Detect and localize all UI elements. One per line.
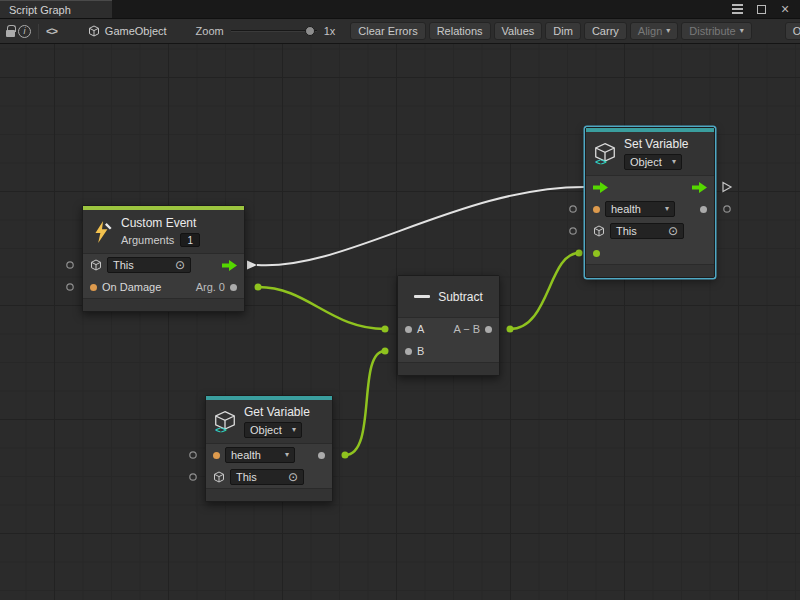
event-port-row: On Damage Arg. 0	[83, 276, 244, 298]
target-picker-icon: ⊙	[668, 225, 678, 237]
graph-canvas[interactable]: Custom Event Arguments 1 This ⊙	[0, 44, 800, 600]
variable-scope-dropdown[interactable]: Object ▾	[244, 422, 302, 438]
variable-name-dropdown[interactable]: health ▾	[605, 201, 675, 217]
distribute-button[interactable]: Distribute▾	[681, 22, 751, 40]
chevron-down-icon: ▾	[666, 27, 670, 35]
chevron-down-icon: ▾	[292, 426, 296, 434]
target-port-row: This ⊙	[586, 220, 714, 242]
graph-toolbar: i <> GameObject Zoom 1x Clear Errors Rel…	[0, 19, 800, 44]
node-title: Set Variable	[624, 137, 688, 151]
wire-subtract-to-setvariable[interactable]	[510, 253, 579, 329]
input-b-row: B	[398, 340, 499, 362]
chevron-down-icon: ▾	[285, 451, 289, 459]
toolbar-separator	[38, 24, 39, 39]
gameobject-cube-icon	[593, 225, 605, 237]
wire-getvariable-to-subtract-b[interactable]	[345, 351, 385, 455]
wire-endpoint-dot[interactable]	[255, 284, 262, 291]
flow-out-triangle-port[interactable]	[723, 183, 731, 192]
node-subtract[interactable]: Subtract A A − B B	[397, 275, 500, 376]
flow-input-port[interactable]	[593, 182, 608, 193]
zoom-slider-knob[interactable]	[305, 26, 315, 36]
carry-button[interactable]: Carry	[584, 22, 627, 40]
gameobject-label: GameObject	[105, 25, 167, 37]
tab-strip: Script Graph ×	[0, 0, 800, 19]
close-icon[interactable]: ×	[778, 2, 792, 16]
port-ring[interactable]	[570, 228, 576, 234]
gameobject-selector[interactable]: GameObject	[88, 25, 167, 37]
name-input-port[interactable]	[213, 452, 220, 459]
variable-scope-dropdown[interactable]: Object ▾	[624, 154, 682, 170]
node-get-variable[interactable]: <> Get Variable Object ▾ health ▾	[205, 395, 333, 502]
flow-port-row	[586, 176, 714, 198]
input-a-port[interactable]	[405, 326, 412, 333]
port-ring[interactable]	[724, 206, 730, 212]
zoom-control: Zoom 1x	[196, 25, 336, 37]
wire-arg0-to-subtract-a[interactable]	[258, 287, 385, 329]
node-title: Subtract	[438, 290, 483, 304]
values-button[interactable]: Values	[494, 22, 543, 40]
value-output-port[interactable]	[318, 452, 325, 459]
clear-errors-button[interactable]: Clear Errors	[350, 22, 425, 40]
maximize-icon[interactable]	[754, 2, 768, 16]
node-header: Subtract	[398, 276, 499, 318]
port-ring[interactable]	[190, 452, 196, 458]
overview-button[interactable]: Overview	[785, 22, 800, 40]
window-controls: ×	[730, 0, 800, 18]
zoom-value: 1x	[324, 25, 336, 37]
input-b-port[interactable]	[405, 348, 412, 355]
info-icon[interactable]: i	[18, 22, 31, 41]
port-ring[interactable]	[190, 474, 196, 480]
flow-output-port[interactable]	[692, 182, 707, 193]
result-output-port[interactable]	[485, 326, 492, 333]
gameobject-cube-icon	[88, 25, 100, 37]
new-value-port-row	[586, 242, 714, 264]
tab-script-graph[interactable]: Script Graph	[0, 0, 112, 18]
arg0-label: Arg. 0	[196, 281, 225, 293]
value-port[interactable]	[90, 284, 97, 291]
node-footer	[206, 488, 332, 501]
port-ring[interactable]	[67, 284, 73, 290]
zoom-slider[interactable]	[231, 25, 317, 37]
code-view-icon[interactable]: <>	[46, 22, 57, 41]
node-title: Get Variable	[244, 405, 310, 419]
dim-button[interactable]: Dim	[545, 22, 581, 40]
name-input-port[interactable]	[593, 206, 600, 213]
arguments-count-field[interactable]: 1	[180, 233, 200, 247]
node-header: <> Set Variable Object ▾	[586, 132, 714, 176]
node-set-variable[interactable]: <> Set Variable Object ▾	[585, 127, 715, 278]
result-label: A − B	[453, 323, 480, 335]
input-a-row: A A − B	[398, 318, 499, 340]
variable-cube-icon: <>	[593, 142, 617, 166]
new-value-input-port[interactable]	[593, 250, 600, 257]
wire-endpoint-dot[interactable]	[342, 452, 349, 459]
node-custom-event[interactable]: Custom Event Arguments 1 This ⊙	[82, 205, 245, 312]
port-ring[interactable]	[570, 206, 576, 212]
node-title: Custom Event	[121, 216, 200, 230]
variable-name-row: health ▾	[586, 198, 714, 220]
window-menu-icon[interactable]	[730, 2, 744, 16]
this-dropdown[interactable]: This ⊙	[230, 469, 304, 485]
wire-endpoint-dot[interactable]	[382, 348, 389, 355]
wire-endpoint-dot[interactable]	[507, 326, 514, 333]
svg-text:<>: <>	[215, 424, 227, 434]
this-dropdown[interactable]: This ⊙	[107, 257, 191, 273]
target-picker-icon: ⊙	[288, 471, 298, 483]
node-footer	[83, 298, 244, 311]
target-picker-icon: ⊙	[175, 259, 185, 271]
wire-endpoint-dot[interactable]	[382, 326, 389, 333]
align-button[interactable]: Align▾	[630, 22, 678, 40]
port-ring[interactable]	[67, 262, 73, 268]
flow-output-port[interactable]	[222, 260, 237, 271]
variable-name-dropdown[interactable]: health ▾	[225, 447, 295, 463]
arg0-output-port[interactable]	[230, 284, 237, 291]
relations-button[interactable]: Relations	[429, 22, 491, 40]
wire-endpoint-dot[interactable]	[576, 250, 583, 257]
value-output-port[interactable]	[700, 206, 707, 213]
wire-flow-customevent-setvariable[interactable]	[257, 187, 584, 265]
this-dropdown[interactable]: This ⊙	[610, 223, 684, 239]
lock-icon[interactable]	[6, 22, 15, 41]
node-header: <> Get Variable Object ▾	[206, 400, 332, 444]
input-a-label: A	[417, 323, 424, 335]
arguments-label: Arguments	[121, 234, 174, 246]
target-port-row: This ⊙	[206, 466, 332, 488]
